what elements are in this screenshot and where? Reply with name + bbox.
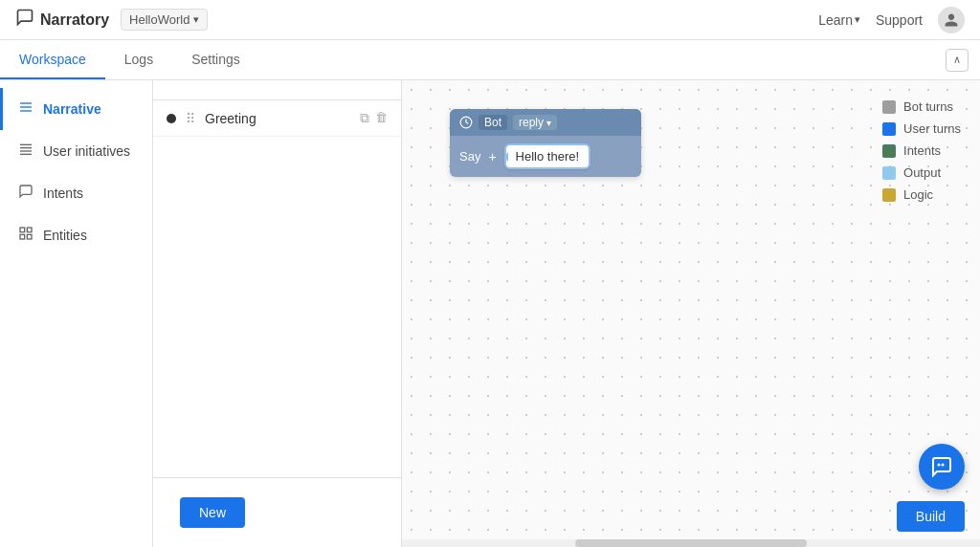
logic-color: [882, 188, 896, 202]
story-actions: ⧉ 🗑: [360, 110, 388, 126]
canvas-scrollbar[interactable]: [402, 539, 980, 547]
tab-logs[interactable]: Logs: [105, 40, 172, 79]
copy-story-icon[interactable]: ⧉: [360, 110, 369, 126]
svg-rect-9: [20, 234, 25, 239]
drag-handle-icon[interactable]: ⠿: [186, 111, 195, 126]
bot-turns-color: [882, 100, 896, 114]
story-list-panel: ⠿ Greeting ⧉ 🗑 New: [153, 80, 402, 547]
sidebar-item-intents[interactable]: Intents: [0, 172, 152, 214]
bot-block: Bot reply ▾ Say + Hello there!: [450, 109, 641, 177]
learn-link[interactable]: Learn ▾: [818, 12, 860, 28]
sidebar-entities-label: Entities: [43, 228, 87, 243]
reply-label: reply: [519, 116, 544, 129]
svg-rect-8: [27, 228, 32, 232]
reply-dropdown[interactable]: reply ▾: [513, 115, 557, 130]
say-plus-icon[interactable]: +: [488, 149, 496, 164]
legend-intents: Intents: [882, 143, 961, 158]
main-layout: Narrative User initiatives Intents: [0, 80, 980, 547]
tab-settings-label: Settings: [191, 52, 240, 67]
user-turns-label: User turns: [903, 121, 961, 136]
output-label: Output: [903, 165, 941, 180]
tab-bar: Workspace Logs Settings ∧: [0, 40, 980, 80]
hello-bubble[interactable]: Hello there!: [504, 143, 590, 169]
story-name: Greeting: [205, 111, 350, 126]
sidebar-item-user-initiatives[interactable]: User initiatives: [0, 130, 152, 172]
user-initiatives-icon: [18, 142, 33, 161]
tab-logs-label: Logs: [124, 52, 153, 67]
logo-icon: [15, 8, 34, 32]
collapse-button[interactable]: ∧: [946, 49, 969, 72]
workspace-label: HelloWorld: [129, 12, 189, 27]
sidebar-intents-label: Intents: [43, 186, 83, 201]
intents-icon: [18, 184, 33, 203]
support-link[interactable]: Support: [876, 12, 923, 28]
output-color: [882, 166, 896, 180]
legend-logic: Logic: [882, 187, 961, 202]
narrative-icon: [18, 99, 33, 119]
learn-label: Learn: [818, 12, 853, 28]
user-avatar[interactable]: [938, 7, 965, 33]
sidebar: Narrative User initiatives Intents: [0, 80, 153, 547]
delete-story-icon[interactable]: 🗑: [375, 110, 388, 126]
story-item-greeting[interactable]: ⠿ Greeting ⧉ 🗑: [153, 100, 401, 137]
workspace-dropdown-icon: ▾: [193, 13, 199, 26]
logic-label: Logic: [903, 187, 933, 202]
bot-block-body: Say + Hello there!: [450, 136, 641, 177]
nav-left: Narratory HelloWorld ▾: [15, 8, 208, 32]
legend: Bot turns User turns Intents Output Logi…: [882, 99, 961, 202]
bot-block-header: Bot reply ▾: [450, 109, 641, 136]
reply-chevron-icon: ▾: [546, 118, 551, 128]
hello-text: Hello there!: [516, 149, 579, 164]
entities-icon: [18, 226, 33, 245]
tab-settings[interactable]: Settings: [172, 40, 259, 79]
svg-rect-7: [20, 228, 25, 232]
tab-workspace[interactable]: Workspace: [0, 40, 105, 79]
say-label: Say: [459, 149, 480, 164]
clock-icon: [459, 116, 473, 129]
bot-label: Bot: [479, 115, 507, 130]
build-button[interactable]: Build: [897, 501, 965, 532]
panel-header: [153, 80, 401, 100]
new-story-button[interactable]: New: [180, 497, 245, 528]
canvas-area: Bot reply ▾ Say + Hello there! Bot turns: [402, 80, 980, 547]
tab-workspace-label: Workspace: [19, 52, 86, 67]
story-dot-icon: [167, 114, 176, 123]
intents-label: Intents: [903, 143, 941, 158]
support-label: Support: [876, 12, 923, 28]
nav-right: Learn ▾ Support: [818, 7, 965, 33]
chat-fab-button[interactable]: [919, 444, 965, 490]
legend-bot-turns: Bot turns: [882, 99, 961, 114]
canvas-scrollbar-thumb: [575, 539, 807, 547]
legend-user-turns: User turns: [882, 121, 961, 136]
legend-output: Output: [882, 165, 961, 180]
top-nav: Narratory HelloWorld ▾ Learn ▾ Support: [0, 0, 980, 40]
sidebar-narrative-label: Narrative: [43, 101, 101, 117]
collapse-icon: ∧: [953, 54, 961, 66]
user-turns-color: [882, 122, 896, 136]
sidebar-item-entities[interactable]: Entities: [0, 214, 152, 256]
app-name: Narratory: [40, 11, 109, 29]
workspace-selector[interactable]: HelloWorld ▾: [121, 9, 208, 31]
intents-color: [882, 144, 896, 158]
app-logo: Narratory: [15, 8, 109, 32]
sidebar-item-narrative[interactable]: Narrative: [0, 88, 152, 130]
bot-turns-label: Bot turns: [903, 99, 953, 114]
sidebar-user-initiatives-label: User initiatives: [43, 143, 130, 159]
learn-dropdown-icon: ▾: [855, 13, 860, 26]
svg-rect-10: [27, 234, 32, 239]
